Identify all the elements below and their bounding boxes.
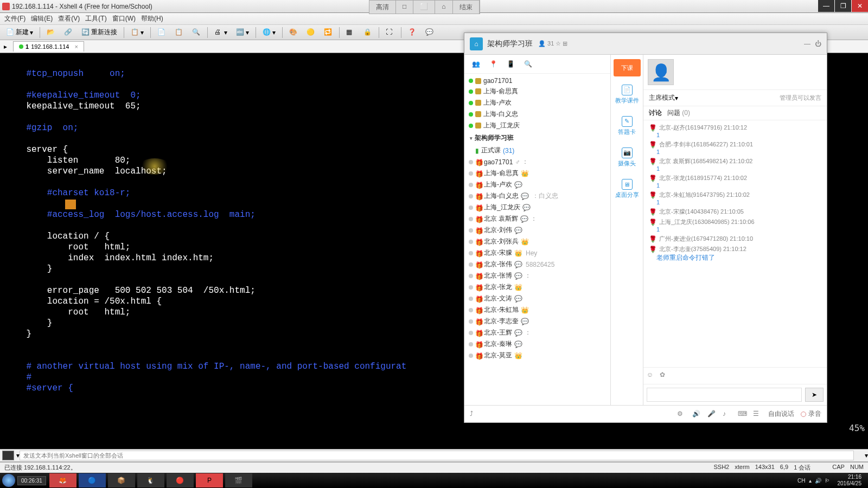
- menu-help[interactable]: 帮助(H): [141, 14, 163, 23]
- tab-close-button[interactable]: ×: [74, 43, 78, 50]
- find-button[interactable]: 🔍: [188, 26, 205, 39]
- tab-questions[interactable]: 问题 (0): [667, 108, 690, 118]
- copy-button[interactable]: 📄: [154, 26, 170, 39]
- home-button[interactable]: ⌂: [435, 1, 452, 14]
- phone-icon[interactable]: 📱: [506, 59, 515, 69]
- fullscreen-button[interactable]: ⛶: [382, 26, 398, 39]
- speaker-item[interactable]: 上海-卢欢: [464, 97, 610, 108]
- taskbar-item[interactable]: P: [196, 473, 223, 487]
- member-item[interactable]: 🎁gao71701♂：: [464, 156, 610, 168]
- speaker-item[interactable]: 上海_江龙庆: [464, 120, 610, 131]
- highlight-button[interactable]: 🟡: [303, 26, 319, 39]
- tab-discussion[interactable]: 讨论: [649, 108, 662, 118]
- screen-share-button[interactable]: 🖥桌面分享: [614, 175, 641, 202]
- member-item[interactable]: 🎁北京-张博💬：: [464, 270, 610, 281]
- speaker-item[interactable]: gao71701: [464, 76, 610, 86]
- properties-button[interactable]: 📋▾: [127, 26, 148, 39]
- hd-button[interactable]: 高清: [369, 1, 396, 14]
- mic-icon[interactable]: 🎤: [707, 410, 716, 419]
- lock-button[interactable]: 🔒: [360, 26, 376, 39]
- maximize-button[interactable]: ❐: [835, 0, 851, 12]
- session-tab[interactable]: 1 192.168.1.114 ×: [13, 41, 84, 52]
- print-button[interactable]: 🖨▾: [210, 26, 231, 39]
- menu-edit[interactable]: 编辑(E): [31, 14, 53, 23]
- member-list[interactable]: gao71701上海-俞思真上海-卢欢上海-白义忠上海_江龙庆▾架构师学习班▮正…: [464, 74, 610, 405]
- member-item[interactable]: 🎁北京-张龙👑: [464, 281, 610, 293]
- answer-card-button[interactable]: ✎答题卡: [614, 112, 641, 139]
- gear-icon[interactable]: ⚙: [677, 410, 686, 419]
- reconnect-button[interactable]: 🔄重新连接: [78, 25, 121, 39]
- chat-input[interactable]: [647, 388, 802, 402]
- ime-indicator[interactable]: CH: [797, 478, 805, 484]
- location-icon[interactable]: 📍: [488, 59, 498, 69]
- paste-button[interactable]: 📋: [171, 26, 187, 39]
- member-item[interactable]: 🎁北京-宋朦👑Hey: [464, 247, 610, 259]
- taskbar-item[interactable]: 🔵: [79, 473, 106, 487]
- end-class-button[interactable]: 下课: [614, 59, 641, 76]
- member-item[interactable]: 🎁北京-李志奎💬: [464, 316, 610, 327]
- transfer-button[interactable]: 🔁: [320, 26, 336, 39]
- member-item[interactable]: 🎁北京-文涛💬: [464, 293, 610, 304]
- keyboard-icon[interactable]: ⌨: [738, 410, 746, 419]
- window-button[interactable]: ⬜: [413, 1, 435, 14]
- tab-add-button[interactable]: ▸: [0, 41, 11, 53]
- member-item[interactable]: 🎁北京-王辉💬：: [464, 327, 610, 338]
- courseware-button[interactable]: 📄教学课件: [614, 81, 641, 108]
- member-item[interactable]: 🎁北京-莫亚👑: [464, 350, 610, 361]
- speaker-item[interactable]: 上海-俞思真: [464, 86, 610, 97]
- music-icon[interactable]: ♪: [723, 410, 731, 419]
- menu-tool[interactable]: 工具(T): [85, 14, 106, 23]
- member-item[interactable]: 🎁上海-卢欢💬: [464, 179, 610, 190]
- tray-icon[interactable]: ▴: [809, 478, 812, 484]
- start-button[interactable]: [2, 474, 15, 487]
- member-item[interactable]: 🎁北京-秦琳💬: [464, 338, 610, 350]
- member-item[interactable]: 🎁上海-白义忠💬：白义忠: [464, 190, 610, 202]
- member-item[interactable]: 🎁上海_江龙庆💬: [464, 202, 610, 213]
- menu-window[interactable]: 窗口(W): [112, 14, 136, 23]
- color-button[interactable]: 🎨: [285, 26, 302, 39]
- open-button[interactable]: 📂: [43, 26, 59, 39]
- close-button[interactable]: ✕: [852, 0, 868, 12]
- emoji-icon[interactable]: ☺: [647, 371, 656, 381]
- member-item[interactable]: 🎁北京-朱虹旭👑: [464, 304, 610, 316]
- taskbar-item[interactable]: 🎬: [225, 473, 252, 487]
- link-button[interactable]: 🔗: [60, 26, 76, 39]
- bars-icon[interactable]: ☰: [753, 410, 762, 419]
- help-button[interactable]: ❓: [404, 26, 420, 39]
- camera-button[interactable]: 📷摄像头: [614, 144, 641, 171]
- exit-icon[interactable]: ⤴: [470, 410, 478, 419]
- tray-icon[interactable]: 🏳: [825, 478, 830, 484]
- group-header[interactable]: ▾架构师学习班: [464, 131, 610, 145]
- taskbar-item[interactable]: 🐧: [137, 473, 164, 487]
- member-item[interactable]: 🎁北京-刘张兵👑: [464, 236, 610, 247]
- broadcast-dropdown[interactable]: ▾: [865, 452, 868, 459]
- tile-button[interactable]: ▦: [342, 26, 359, 39]
- send-button[interactable]: ➤: [805, 388, 824, 402]
- menu-view[interactable]: 查看(V): [58, 14, 80, 23]
- system-clock[interactable]: 21:16 2016/4/25: [833, 474, 866, 487]
- terminal[interactable]: #tcp_nopush on; #keepalive_timeout 0; ke…: [0, 53, 464, 422]
- end-button[interactable]: 结束: [453, 1, 480, 14]
- select-button[interactable]: □: [396, 1, 413, 14]
- new-button[interactable]: 📄新建▾: [2, 25, 37, 39]
- broadcast-input[interactable]: [20, 451, 854, 460]
- member-item[interactable]: 🎁上海-俞思真👑: [464, 168, 610, 179]
- chat-power-button[interactable]: ⏻: [815, 40, 821, 48]
- taskbar-item[interactable]: 🦊: [49, 473, 76, 487]
- search-icon[interactable]: 🔍: [523, 59, 533, 69]
- font-button[interactable]: 🔤▾: [232, 26, 253, 39]
- subgroup-header[interactable]: ▮正式课(31): [464, 145, 610, 156]
- member-item[interactable]: 🎁北京-刘伟💬: [464, 224, 610, 236]
- flower-icon[interactable]: ✿: [660, 371, 669, 381]
- speaker-item[interactable]: 上海-白义忠: [464, 108, 610, 120]
- member-item[interactable]: 🎁北京-张伟💬58826425: [464, 259, 610, 270]
- message-list[interactable]: 🌹北京-赵齐(1619477916) 21:10:121🌹合肥-李剑丰(1618…: [643, 120, 827, 367]
- record-button[interactable]: 录音: [801, 409, 821, 419]
- minimize-button[interactable]: —: [818, 0, 834, 12]
- people-icon[interactable]: 👥: [471, 59, 481, 69]
- globe-button[interactable]: 🌐▾: [259, 26, 279, 39]
- menu-file[interactable]: 文件(F): [4, 14, 25, 23]
- speaker-icon[interactable]: 🔊: [692, 410, 701, 419]
- member-item[interactable]: 🎁北京 袁斯辉💬：: [464, 213, 610, 224]
- taskbar-item[interactable]: 🔴: [167, 473, 194, 487]
